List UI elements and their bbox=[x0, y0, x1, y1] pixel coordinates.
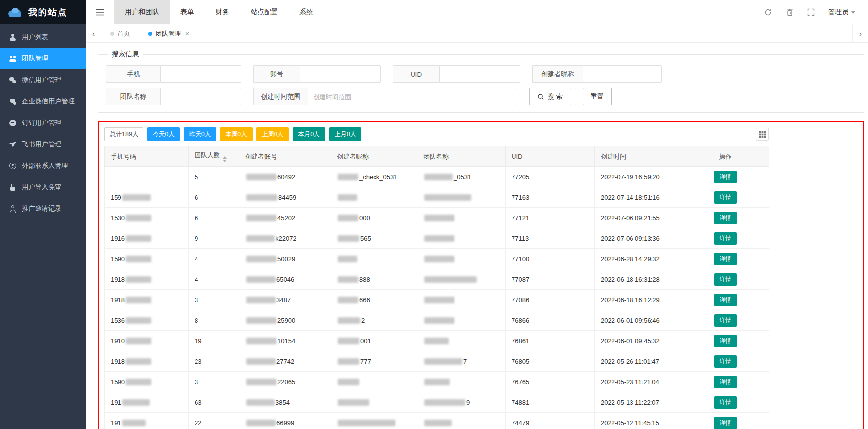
cell-phone: 1916 bbox=[105, 228, 189, 249]
cell-creator-nickname bbox=[331, 392, 417, 413]
sidebar-item[interactable]: 用户列表 bbox=[0, 26, 86, 48]
dingtalk-icon bbox=[9, 119, 17, 127]
detail-button[interactable]: 详情 bbox=[714, 171, 737, 183]
phone-input[interactable] bbox=[160, 65, 241, 83]
cell-created-time: 2022-07-06 09:21:55 bbox=[595, 208, 682, 228]
table-row: 159 6 84459 77163 2022-07-14 18:51:16 详情 bbox=[105, 187, 769, 208]
sidebar-item[interactable]: 微信用户管理 bbox=[0, 69, 86, 91]
redacted-block bbox=[246, 399, 275, 406]
admin-menu[interactable]: 管理员 bbox=[828, 8, 855, 17]
topnav-tab-label: 系统 bbox=[299, 8, 313, 17]
topnav-tab[interactable]: 表单 bbox=[170, 0, 205, 24]
detail-button[interactable]: 详情 bbox=[714, 232, 737, 245]
column-header: 创建者昵称 bbox=[331, 146, 417, 167]
cell-uid: 74479 bbox=[506, 413, 595, 429]
stat-badge[interactable]: 上月0人 bbox=[329, 127, 361, 141]
search-button[interactable]: 搜 索 bbox=[529, 88, 571, 105]
sidebar-item[interactable]: 飞书用户管理 bbox=[0, 134, 86, 155]
cell-team-name: 7 bbox=[417, 351, 506, 372]
invite-icon bbox=[9, 205, 17, 213]
cell-team-name bbox=[417, 187, 506, 208]
reset-button[interactable]: 重置 bbox=[583, 88, 612, 105]
column-filter-icon[interactable] bbox=[756, 128, 769, 141]
uid-input[interactable] bbox=[439, 65, 520, 83]
uid-field-group: UID bbox=[393, 65, 520, 83]
creator-nickname-input[interactable] bbox=[583, 65, 662, 83]
topnav-tab-label: 用户和团队 bbox=[125, 8, 159, 17]
redacted-block bbox=[338, 358, 359, 365]
page-tab[interactable]: 首页 bbox=[101, 24, 139, 42]
cell-created-time: 2022-06-01 09:56:46 bbox=[595, 310, 682, 331]
sidebar-item[interactable]: 用户导入免审 bbox=[0, 177, 86, 198]
sidebar-item[interactable]: 企业微信用户管理 bbox=[0, 91, 86, 112]
fullscreen-icon[interactable] bbox=[807, 8, 815, 17]
topnav-tab[interactable]: 财务 bbox=[205, 0, 240, 24]
date-range-input[interactable] bbox=[308, 88, 517, 105]
cell-members: 3 bbox=[189, 372, 239, 392]
sidebar-item-label: 团队管理 bbox=[22, 54, 48, 63]
open-page-tabs: 首页 团队管理 × bbox=[101, 24, 198, 42]
cell-actions: 详情 bbox=[682, 208, 769, 228]
stat-badge[interactable]: 昨天0人 bbox=[184, 127, 216, 141]
redacted-block bbox=[424, 420, 452, 426]
tabs-scroll-left-icon[interactable]: ‹ bbox=[86, 24, 101, 42]
redacted-block bbox=[338, 379, 359, 385]
trash-icon[interactable] bbox=[785, 8, 794, 17]
stat-badge[interactable]: 上周0人 bbox=[256, 127, 289, 141]
table-row: 1590 4 50029 77100 2022-06-28 14:29:32 详… bbox=[105, 249, 769, 269]
sidebar-item[interactable]: 推广邀请记录 bbox=[0, 198, 86, 220]
redacted-block bbox=[246, 338, 276, 344]
detail-button[interactable]: 详情 bbox=[714, 376, 737, 388]
detail-button[interactable]: 详情 bbox=[714, 396, 737, 409]
redacted-block bbox=[338, 276, 358, 283]
team-name-field-group: 团队名称 bbox=[106, 88, 241, 105]
cell-creator-account: 66999 bbox=[239, 413, 331, 429]
cell-created-time: 2022-06-01 09:45:32 bbox=[595, 331, 682, 351]
search-legend: 搜索信息 bbox=[108, 50, 143, 59]
detail-button[interactable]: 详情 bbox=[714, 417, 737, 429]
stat-badge[interactable]: 本月0人 bbox=[293, 127, 325, 141]
detail-button[interactable]: 详情 bbox=[714, 212, 737, 224]
sidebar-item[interactable]: 钉钉用户管理 bbox=[0, 112, 86, 134]
redacted-block bbox=[246, 276, 276, 283]
cell-team-name: 9 bbox=[417, 392, 506, 413]
collapse-menu-icon[interactable] bbox=[86, 0, 114, 24]
detail-button[interactable]: 详情 bbox=[714, 253, 737, 265]
topnav-tab[interactable]: 系统 bbox=[289, 0, 324, 24]
topnav-tab[interactable]: 用户和团队 bbox=[114, 0, 170, 24]
refresh-icon[interactable] bbox=[764, 8, 772, 17]
stat-badge[interactable]: 今天0人 bbox=[147, 127, 179, 141]
redacted-block bbox=[246, 420, 276, 426]
cell-phone: 159 bbox=[105, 187, 189, 208]
tabs-scroll-right-icon[interactable]: › bbox=[852, 24, 868, 42]
stat-badge[interactable]: 总计189人 bbox=[104, 127, 143, 141]
lock-icon bbox=[9, 184, 17, 191]
detail-button[interactable]: 详情 bbox=[714, 335, 737, 347]
sort-icon[interactable] bbox=[223, 156, 227, 162]
search-panel: 搜索信息 手机 账号 UID bbox=[98, 50, 864, 113]
cell-created-time: 2022-05-12 11:45:15 bbox=[595, 413, 682, 429]
page-tab[interactable]: 团队管理 × bbox=[139, 24, 198, 42]
phone-label: 手机 bbox=[106, 65, 160, 83]
chevron-down-icon bbox=[851, 11, 855, 16]
topnav-tab[interactable]: 站点配置 bbox=[240, 0, 289, 24]
site-name: 我的站点 bbox=[28, 6, 67, 18]
redacted-block bbox=[338, 256, 357, 262]
cell-phone: 1918 bbox=[105, 351, 189, 372]
cell-phone: 191 bbox=[105, 392, 189, 413]
redacted-block bbox=[338, 297, 358, 303]
phone-field-group: 手机 bbox=[106, 65, 241, 83]
account-input[interactable] bbox=[300, 65, 381, 83]
sidebar-item[interactable]: 团队管理 bbox=[0, 48, 86, 69]
sidebar-item[interactable]: 外部联系人管理 bbox=[0, 155, 86, 177]
cell-created-time: 2022-07-06 09:13:36 bbox=[595, 228, 682, 249]
detail-button[interactable]: 详情 bbox=[714, 314, 737, 327]
stat-badge[interactable]: 本周0人 bbox=[220, 127, 252, 141]
detail-button[interactable]: 详情 bbox=[714, 273, 737, 286]
detail-button[interactable]: 详情 bbox=[714, 294, 737, 306]
detail-button[interactable]: 详情 bbox=[714, 355, 737, 368]
detail-button[interactable]: 详情 bbox=[714, 191, 737, 204]
team-name-input[interactable] bbox=[160, 88, 241, 105]
close-icon[interactable]: × bbox=[185, 30, 189, 38]
site-logo[interactable]: 我的站点 bbox=[0, 0, 86, 24]
